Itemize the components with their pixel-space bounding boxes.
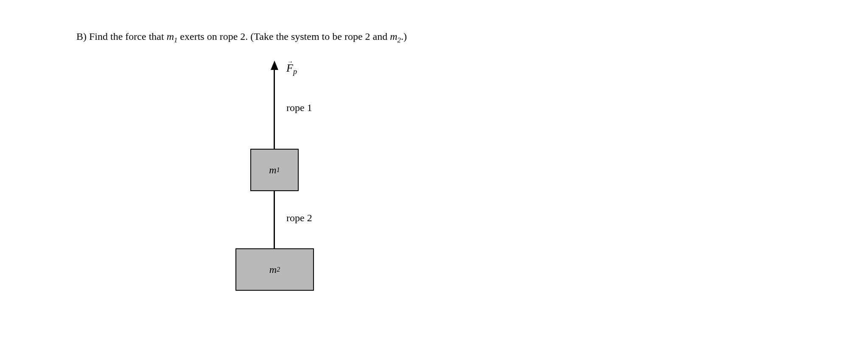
question-middle: exerts on rope 2. (Take the system to be… bbox=[177, 31, 390, 42]
question-text: B) Find the force that m1 exerts on rope… bbox=[76, 30, 792, 45]
var-m1: m bbox=[167, 31, 174, 42]
question-prefix: Find the force that bbox=[89, 31, 167, 42]
question-suffix: .) bbox=[401, 31, 407, 42]
vector-arrow-icon: → bbox=[287, 58, 293, 65]
rope-2-line bbox=[274, 191, 275, 248]
mass-2-sub: 2 bbox=[277, 265, 280, 274]
var-m2: m bbox=[390, 31, 397, 42]
mass-2-label: m bbox=[269, 264, 277, 275]
rope-2-label: rope 2 bbox=[286, 212, 312, 224]
mass-1-sub: 1 bbox=[276, 166, 280, 174]
mass-1-label: m bbox=[269, 164, 276, 176]
var-m2-sub: 2 bbox=[398, 36, 401, 44]
force-vector-label: → Fp bbox=[286, 62, 297, 76]
mass-1-box: m1 bbox=[250, 149, 299, 191]
question-label: B) bbox=[76, 31, 87, 42]
physics-diagram: → Fp rope 1 m1 rope 2 m2 bbox=[161, 62, 416, 303]
force-sub: p bbox=[293, 68, 297, 76]
rope-1-line bbox=[274, 65, 275, 150]
rope-1-label: rope 1 bbox=[286, 102, 312, 114]
mass-2-box: m2 bbox=[235, 248, 314, 291]
